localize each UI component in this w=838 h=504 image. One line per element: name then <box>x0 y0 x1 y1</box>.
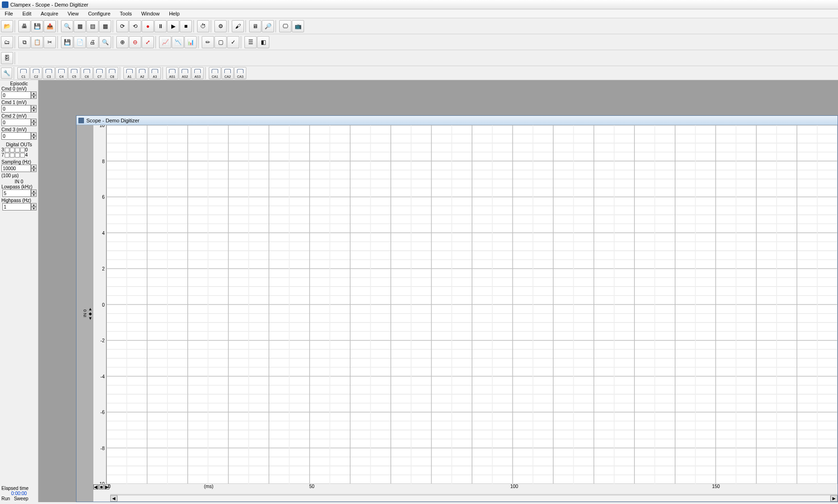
scroll-track[interactable] <box>117 495 830 502</box>
brush-icon[interactable]: 🖌 <box>232 20 244 32</box>
channel-ca2[interactable]: CA2 <box>221 67 234 79</box>
y-zoom-out-icon[interactable]: ▼ <box>88 316 92 321</box>
lowpass-down[interactable]: ▼ <box>31 193 37 197</box>
cmd0-input[interactable] <box>1 91 31 99</box>
channel-c5[interactable]: C5 <box>68 67 80 79</box>
zoom-fit-icon[interactable]: ⤢ <box>142 36 154 48</box>
highpass-down[interactable]: ▼ <box>31 207 37 211</box>
y-zoom-handle-icon[interactable]: ◆ <box>89 311 92 316</box>
digout-bit-1[interactable] <box>15 148 20 152</box>
cmd1-down[interactable]: ▼ <box>31 109 37 113</box>
sampling-input[interactable] <box>1 165 31 172</box>
tile-icon[interactable]: ▦ <box>99 20 111 32</box>
cmd1-up[interactable]: ▲ <box>31 105 37 109</box>
channel-as1[interactable]: AS1 <box>166 67 178 79</box>
sampling-down[interactable]: ▼ <box>31 168 37 172</box>
cmd3-up[interactable]: ▲ <box>31 132 37 136</box>
export-icon[interactable]: 📤 <box>44 20 56 32</box>
zoom-region-icon[interactable]: 🔍 <box>61 20 73 32</box>
channel-c6[interactable]: C6 <box>81 67 93 79</box>
chart-line-icon[interactable]: 📈 <box>159 36 171 48</box>
paste-icon[interactable]: 📋 <box>31 36 43 48</box>
channel-c4[interactable]: C4 <box>55 67 68 79</box>
clipboard-icon[interactable]: 📄 <box>74 36 86 48</box>
channel-c8[interactable]: C8 <box>106 67 118 79</box>
channel-ca3[interactable]: CA3 <box>234 67 246 79</box>
cmd2-input[interactable] <box>1 119 31 126</box>
channel-c7[interactable]: C7 <box>93 67 106 79</box>
print-icon[interactable]: 🖶 <box>18 20 30 32</box>
timer-icon[interactable]: ⏱ <box>197 20 209 32</box>
menu-edit[interactable]: Edit <box>18 10 36 17</box>
grid-icon[interactable]: ▤ <box>86 20 99 32</box>
cmd3-down[interactable]: ▼ <box>31 136 37 140</box>
preview-icon[interactable]: 🔍 <box>99 36 111 48</box>
x-zoom-out-icon[interactable]: ◀ <box>93 484 99 489</box>
y-zoom-in-icon[interactable]: ▲ <box>88 307 92 311</box>
digout-bit-6[interactable] <box>10 153 15 158</box>
digout-bit-0[interactable] <box>20 148 25 152</box>
scroll-left-icon[interactable]: ◀ <box>110 495 117 502</box>
protocol-icon[interactable]: 🗄 <box>1 52 13 64</box>
digout-bit-7[interactable] <box>5 153 9 158</box>
wrench-icon[interactable]: 🔧 <box>1 68 12 79</box>
gear-icon[interactable]: ⚙ <box>214 20 227 32</box>
zoom-out-icon[interactable]: ⊖ <box>129 36 141 48</box>
channel-c3[interactable]: C3 <box>43 67 55 79</box>
channel-a1[interactable]: A1 <box>123 67 136 79</box>
highpass-input[interactable] <box>2 203 31 211</box>
digout-bit-3[interactable] <box>5 148 9 152</box>
channel-a2[interactable]: A2 <box>136 67 148 79</box>
scroll-right-icon[interactable]: ▶ <box>830 495 838 502</box>
cut-icon[interactable]: ✂ <box>44 36 56 48</box>
menu-view[interactable]: View <box>63 10 84 17</box>
reverse-icon[interactable]: ⟲ <box>129 20 141 32</box>
rect-icon[interactable]: ▢ <box>214 36 227 48</box>
lowpass-up[interactable]: ▲ <box>31 189 37 193</box>
record-icon[interactable]: ● <box>142 20 154 32</box>
channel-ca1[interactable]: CA1 <box>209 67 221 79</box>
menu-help[interactable]: Help <box>164 10 184 17</box>
menu-file[interactable]: File <box>0 10 18 17</box>
eraser-icon[interactable]: ✏ <box>202 36 214 48</box>
horizontal-scrollbar[interactable]: ◀ ▶ <box>110 494 838 502</box>
disk-icon[interactable]: 💾 <box>61 36 73 48</box>
layout-h-icon[interactable]: ☰ <box>244 36 257 48</box>
cmd0-down[interactable]: ▼ <box>31 95 37 99</box>
channel-as2[interactable]: AS2 <box>179 67 191 79</box>
menu-acquire[interactable]: Acquire <box>36 10 63 17</box>
play-icon[interactable]: ▶ <box>167 20 179 32</box>
table-icon[interactable]: ▦ <box>74 20 86 32</box>
digout-bit-2[interactable] <box>10 148 15 152</box>
monitor-icon[interactable]: 🖵 <box>279 20 291 32</box>
save-icon[interactable]: 💾 <box>31 20 43 32</box>
display-icon[interactable]: 📺 <box>292 20 304 32</box>
sampling-up[interactable]: ▲ <box>31 165 37 168</box>
refresh-icon[interactable]: ⟳ <box>116 20 129 32</box>
channel-a3[interactable]: A3 <box>149 67 161 79</box>
x-zoom-handle-icon[interactable]: ■ <box>99 484 104 489</box>
check-icon[interactable]: ✓ <box>227 36 239 48</box>
cmd1-input[interactable] <box>1 105 31 113</box>
device-icon[interactable]: 🖥 <box>249 20 261 32</box>
cmd3-input[interactable] <box>1 132 31 140</box>
highpass-up[interactable]: ▲ <box>31 203 37 207</box>
copy-icon[interactable]: ⧉ <box>18 36 30 48</box>
menu-configure[interactable]: Configure <box>84 10 115 17</box>
zoom-in-icon[interactable]: ⊕ <box>116 36 129 48</box>
scope-titlebar[interactable]: Scope - Demo Digitizer <box>76 116 838 125</box>
layout-v-icon[interactable]: ◧ <box>257 36 269 48</box>
pause-icon[interactable]: ⏸ <box>154 20 167 32</box>
chart-bar-icon[interactable]: 📊 <box>184 36 197 48</box>
open-icon[interactable]: 📂 <box>1 20 13 32</box>
channel-c2[interactable]: C2 <box>30 67 42 79</box>
search-icon[interactable]: 🔎 <box>262 20 274 32</box>
cmd0-up[interactable]: ▲ <box>31 91 37 95</box>
plot-area[interactable] <box>107 125 838 484</box>
menu-tools[interactable]: Tools <box>115 10 137 17</box>
stop-icon[interactable]: ■ <box>180 20 192 32</box>
cmd2-up[interactable]: ▲ <box>31 119 37 122</box>
menu-window[interactable]: Window <box>137 10 164 17</box>
new-tab-icon[interactable]: 🗂 <box>1 36 13 48</box>
digout-bit-4[interactable] <box>20 153 25 158</box>
